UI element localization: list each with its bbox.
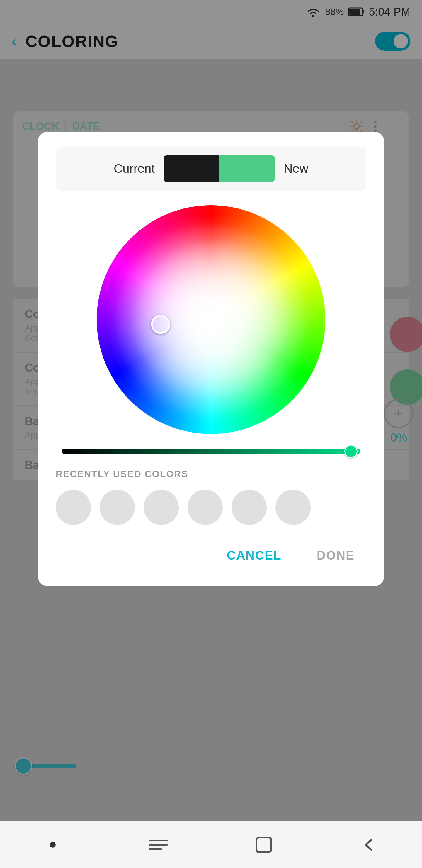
color-picker-dialog: Current New RECEN (38, 132, 384, 586)
recent-color-5[interactable] (231, 490, 267, 525)
recently-used-label: RECENTLY USED COLORS (56, 469, 188, 479)
cancel-button[interactable]: CANCEL (215, 542, 293, 568)
recently-used-line (194, 474, 366, 474)
brightness-thumb[interactable] (344, 445, 358, 458)
menu-nav-button[interactable] (143, 830, 173, 860)
color-wheel[interactable] (97, 205, 325, 434)
recents-nav-button[interactable] (249, 830, 279, 860)
home-dot-icon (50, 842, 56, 848)
home-nav-button[interactable] (38, 830, 67, 860)
back-arrow-icon (360, 836, 378, 854)
recently-used-section: RECENTLY USED COLORS (56, 469, 366, 525)
color-preview-row: Current New (56, 147, 366, 191)
color-wheel-container[interactable] (56, 205, 366, 434)
current-label: Current (114, 162, 155, 176)
back-nav-button[interactable] (355, 830, 384, 860)
swatch-new-color (219, 155, 275, 182)
recently-used-header: RECENTLY USED COLORS (56, 469, 366, 479)
new-label: New (284, 162, 308, 176)
brightness-slider[interactable] (62, 449, 360, 454)
recent-color-1[interactable] (56, 490, 91, 525)
recent-colors-row (56, 490, 366, 525)
svg-rect-15 (256, 837, 271, 852)
bottom-nav (0, 821, 422, 868)
recents-square-icon (255, 836, 272, 854)
recent-color-2[interactable] (100, 490, 135, 525)
modal-overlay: Current New RECEN (0, 0, 422, 868)
recent-color-4[interactable] (188, 490, 223, 525)
recent-color-6[interactable] (275, 490, 311, 525)
color-wheel-center-white (97, 205, 325, 434)
swatch-current-color (164, 155, 219, 182)
recent-color-3[interactable] (143, 490, 179, 525)
menu-lines-icon (148, 836, 168, 854)
color-preview-swatch (164, 155, 275, 182)
color-wheel-cursor[interactable] (151, 315, 170, 334)
done-button[interactable]: DONE (305, 542, 366, 568)
brightness-slider-container[interactable] (62, 449, 360, 454)
dialog-buttons: CANCEL DONE (56, 539, 366, 568)
